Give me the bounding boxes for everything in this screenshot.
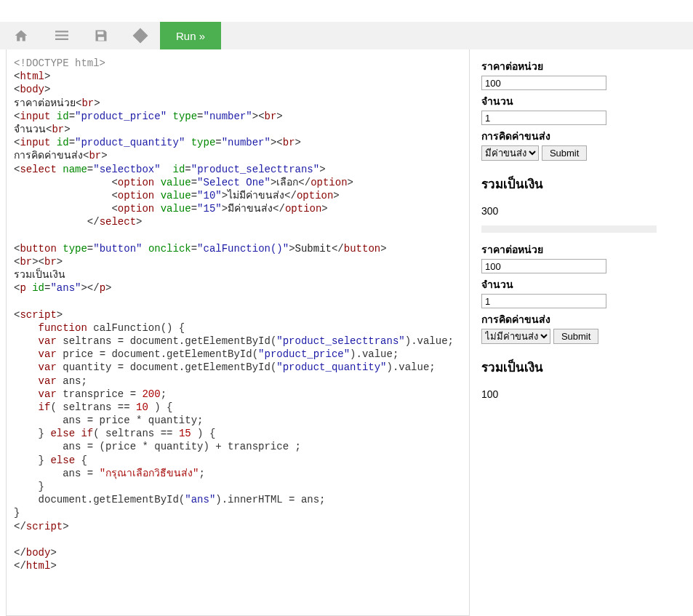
sum-label: รวมเป็นเงิน — [481, 174, 693, 193]
run-button[interactable]: Run » — [160, 22, 221, 49]
svg-rect-0 — [55, 31, 68, 32]
top-spacer — [0, 0, 693, 22]
toolbar: Run » — [0, 22, 693, 49]
label-qty: จำนวน — [481, 276, 693, 292]
answer-value: 300 — [481, 205, 693, 217]
preview-pane: ราคาต่อหน่วย จำนวน การคิดค่าขนส่ง มีค่าข… — [471, 49, 693, 616]
qty-input[interactable] — [481, 294, 606, 308]
submit-button[interactable]: Submit — [553, 329, 598, 344]
shipping-select[interactable]: ไม่มีค่าขนส่ง — [481, 329, 550, 344]
rotate-icon[interactable] — [121, 22, 160, 49]
menu-icon[interactable] — [42, 22, 81, 49]
code-editor[interactable]: <!DOCTYPE html> <html> <body> ราคาต่อหน่… — [6, 49, 470, 616]
code-doctype: <!DOCTYPE html> — [14, 57, 105, 69]
qty-input[interactable] — [481, 111, 606, 125]
label-qty: จำนวน — [481, 93, 693, 109]
svg-rect-2 — [55, 39, 68, 40]
svg-rect-3 — [134, 29, 147, 42]
sum-label: รวมเป็นเงิน — [481, 357, 693, 377]
label-price: ราคาต่อหน่วย — [481, 58, 693, 74]
price-input[interactable] — [481, 259, 606, 273]
label-ship: การคิดค่าขนส่ง — [481, 311, 693, 327]
label-price: ราคาต่อหน่วย — [481, 241, 693, 257]
shipping-select[interactable]: มีค่าขนส่ง — [481, 145, 539, 161]
preview-block-2: ราคาต่อหน่วย จำนวน การคิดค่าขนส่ง ไม่มีค… — [481, 241, 693, 400]
separator — [481, 225, 657, 233]
answer-value: 100 — [481, 388, 693, 400]
svg-rect-1 — [55, 35, 68, 36]
price-input[interactable] — [481, 76, 606, 90]
preview-block-1: ราคาต่อหน่วย จำนวน การคิดค่าขนส่ง มีค่าข… — [481, 58, 693, 217]
submit-button[interactable]: Submit — [542, 145, 587, 161]
main-area: <!DOCTYPE html> <html> <body> ราคาต่อหน่… — [0, 49, 693, 616]
label-ship: การคิดค่าขนส่ง — [481, 128, 693, 144]
save-icon[interactable] — [81, 22, 121, 49]
home-icon[interactable] — [0, 22, 42, 49]
